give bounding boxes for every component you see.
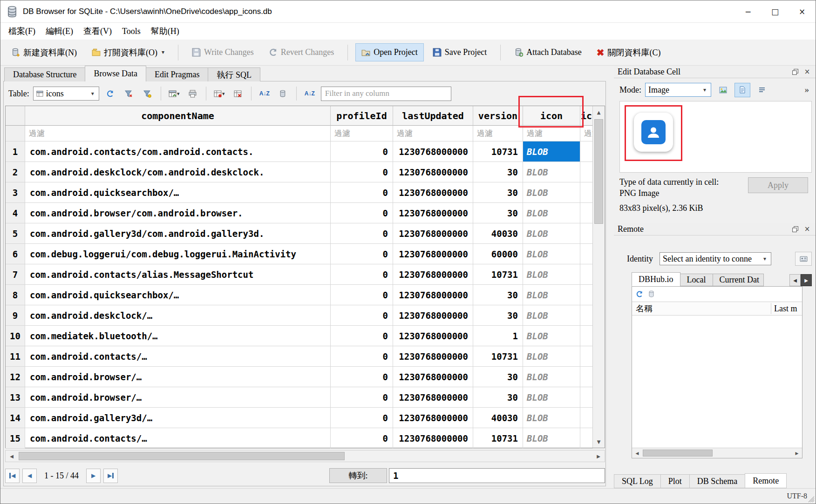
cell-profileId[interactable]: 0 xyxy=(331,141,393,162)
filter-componentName[interactable]: 過濾 xyxy=(25,126,331,141)
dock-tab-remote[interactable]: Remote xyxy=(745,473,787,488)
cell-partial[interactable] xyxy=(580,162,593,182)
tab-edit-pragmas[interactable]: Edit Pragmas xyxy=(146,67,209,81)
cell-icon-blob[interactable]: BLOB xyxy=(523,203,580,223)
cell-partial[interactable] xyxy=(580,141,593,162)
table-row[interactable]: 11 com.android.contacts/… 0 123076800000… xyxy=(6,346,605,367)
remote-refresh-icon[interactable] xyxy=(636,290,643,298)
remote-name-header[interactable]: 名稱 xyxy=(632,303,771,314)
cell-componentName[interactable]: com.android.browser/com.android.browser. xyxy=(25,203,331,223)
word-wrap-button[interactable] xyxy=(754,83,770,97)
row-number[interactable]: 10 xyxy=(6,326,25,346)
cell-componentName[interactable]: com.android.browser/… xyxy=(25,367,331,387)
row-number[interactable]: 9 xyxy=(6,305,25,326)
column-header-componentName[interactable]: componentName xyxy=(25,106,331,126)
clone-database-icon[interactable] xyxy=(648,290,655,298)
column-header-lastUpdated[interactable]: lastUpdated xyxy=(393,106,473,126)
filter-lastUpdated[interactable]: 過濾 xyxy=(393,126,473,141)
dock-tab-sql-log[interactable]: SQL Log xyxy=(614,474,661,488)
apply-button[interactable]: Apply xyxy=(748,177,808,193)
close-button[interactable]: × xyxy=(789,0,816,22)
cell-lastUpdated[interactable]: 1230768000000 xyxy=(393,428,473,449)
cell-partial[interactable] xyxy=(580,203,593,223)
row-number[interactable]: 7 xyxy=(6,264,25,285)
remote-table-body[interactable] xyxy=(632,316,802,448)
table-row[interactable]: 14 com.android.gallery3d/… 0 12307680000… xyxy=(6,408,605,428)
insert-record-dropdown-icon[interactable]: ▾ xyxy=(222,91,225,97)
close-panel-icon[interactable]: × xyxy=(802,67,812,76)
mode-select[interactable]: Image ▾ xyxy=(645,83,711,97)
cell-icon-blob[interactable]: BLOB xyxy=(523,346,580,367)
save-filter-button[interactable] xyxy=(140,87,155,101)
cell-version[interactable]: 30 xyxy=(473,162,523,182)
new-database-button[interactable]: 新建資料庫(N) xyxy=(5,43,83,62)
grid-vertical-scrollbar[interactable]: ▲ ▼ xyxy=(592,106,605,448)
cell-partial[interactable] xyxy=(580,346,593,367)
cell-partial[interactable] xyxy=(580,223,593,244)
refresh-button[interactable] xyxy=(103,87,118,101)
filter-partial[interactable]: 過濾 xyxy=(580,126,593,141)
column-header-profileId[interactable]: profileId xyxy=(331,106,393,126)
goto-input[interactable] xyxy=(389,468,605,483)
tab-scroll-right-icon[interactable]: ▶ xyxy=(801,274,812,286)
cell-icon-blob[interactable]: BLOB xyxy=(523,141,580,162)
cell-componentName[interactable]: com.android.browser/… xyxy=(25,387,331,408)
filter-version[interactable]: 過濾 xyxy=(473,126,523,141)
import-data-button[interactable] xyxy=(715,83,731,97)
row-number[interactable]: 14 xyxy=(6,408,25,428)
tab-local[interactable]: Local xyxy=(680,274,713,286)
cell-componentName[interactable]: com.android.contacts/… xyxy=(25,346,331,367)
export-table-dropdown-icon[interactable]: ▾ xyxy=(177,91,180,97)
maximize-button[interactable]: □ xyxy=(762,0,789,22)
cell-version[interactable]: 30 xyxy=(473,367,523,387)
cell-icon-blob[interactable]: BLOB xyxy=(523,305,580,326)
menu-tools[interactable]: Tools xyxy=(117,25,146,38)
cell-profileId[interactable]: 0 xyxy=(331,223,393,244)
dock-tab-db-schema[interactable]: DB Schema xyxy=(689,474,745,488)
cell-icon-blob[interactable]: BLOB xyxy=(523,285,580,305)
cell-profileId[interactable]: 0 xyxy=(331,428,393,449)
tab-browse-data[interactable]: Browse Data xyxy=(85,66,146,81)
close-panel-icon[interactable]: × xyxy=(802,224,812,234)
cell-lastUpdated[interactable]: 1230768000000 xyxy=(393,182,473,203)
remote-horizontal-scrollbar[interactable]: ◀ ▶ xyxy=(632,448,802,458)
cell-version[interactable]: 10731 xyxy=(473,141,523,162)
row-number[interactable]: 8 xyxy=(6,285,25,305)
cell-componentName[interactable]: com.android.contacts/… xyxy=(25,428,331,449)
float-panel-icon[interactable] xyxy=(790,67,800,76)
cell-lastUpdated[interactable]: 1230768000000 xyxy=(393,326,473,346)
cell-profileId[interactable]: 0 xyxy=(331,162,393,182)
cell-profileId[interactable]: 0 xyxy=(331,387,393,408)
cell-profileId[interactable]: 0 xyxy=(331,244,393,264)
cell-version[interactable]: 30 xyxy=(473,305,523,326)
table-row[interactable]: 3 com.android.quicksearchbox/… 0 1230768… xyxy=(6,182,605,203)
cell-profileId[interactable]: 0 xyxy=(331,367,393,387)
table-row[interactable]: 5 com.android.gallery3d/com.android.gall… xyxy=(6,223,605,244)
cell-profileId[interactable]: 0 xyxy=(331,285,393,305)
cell-componentName[interactable]: com.android.deskclock/… xyxy=(25,305,331,326)
cell-partial[interactable] xyxy=(580,244,593,264)
print-button[interactable] xyxy=(185,87,200,101)
import-identity-button[interactable] xyxy=(795,252,812,266)
open-database-button[interactable]: 打開資料庫(O) ▾ xyxy=(86,43,170,62)
cell-version[interactable]: 30 xyxy=(473,285,523,305)
cell-lastUpdated[interactable]: 1230768000000 xyxy=(393,162,473,182)
menu-help[interactable]: 幫助(H) xyxy=(146,24,184,39)
table-row[interactable]: 9 com.android.deskclock/… 0 123076800000… xyxy=(6,305,605,326)
cell-profileId[interactable]: 0 xyxy=(331,182,393,203)
row-number[interactable]: 2 xyxy=(6,162,25,182)
cell-version[interactable]: 10731 xyxy=(473,264,523,285)
row-number[interactable]: 5 xyxy=(6,223,25,244)
encoding-indicator[interactable]: UTF-8 xyxy=(787,492,807,500)
column-header-icon[interactable]: icon xyxy=(523,106,580,126)
cell-profileId[interactable]: 0 xyxy=(331,408,393,428)
filter-icon[interactable]: 過濾 xyxy=(523,126,580,141)
row-number[interactable]: 6 xyxy=(6,244,25,264)
scroll-left-icon[interactable]: ◀ xyxy=(6,450,18,462)
filter-profileId[interactable]: 過濾 xyxy=(331,126,393,141)
cell-componentName[interactable]: com.mediatek.bluetooth/… xyxy=(25,326,331,346)
first-page-button[interactable]: ◀ xyxy=(5,469,20,483)
goto-button[interactable]: 轉到: xyxy=(329,468,387,483)
table-row[interactable]: 7 com.android.contacts/alias.MessageShor… xyxy=(6,264,605,285)
cell-componentName[interactable]: com.android.gallery3d/com.android.galler… xyxy=(25,223,331,244)
